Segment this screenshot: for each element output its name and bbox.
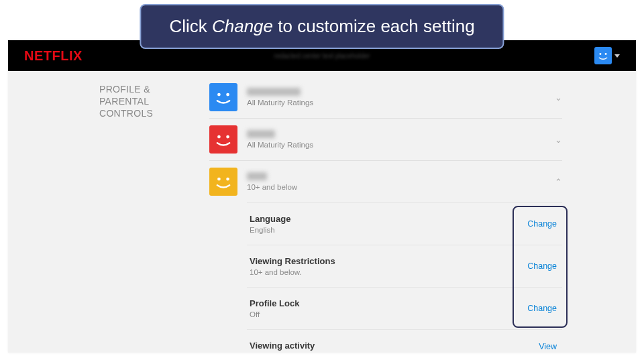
profile-avatar-icon bbox=[209, 83, 237, 111]
setting-value: Off bbox=[250, 310, 299, 318]
callout-prefix: Click bbox=[169, 16, 212, 36]
content-area: PROFILE & PARENTAL CONTROLS All Maturity… bbox=[8, 71, 636, 353]
section-heading: PROFILE & PARENTAL CONTROLS bbox=[99, 83, 199, 120]
callout-suffix: to customize each setting bbox=[273, 16, 475, 36]
setting-title: Viewing Restrictions bbox=[250, 256, 335, 266]
setting-title: Profile Lock bbox=[250, 298, 299, 308]
profile-row[interactable]: All Maturity Ratings ⌄ bbox=[209, 118, 562, 160]
app-window: NETFLIX redacted center text placeholder… bbox=[8, 40, 636, 353]
profile-avatar-icon bbox=[209, 168, 237, 196]
netflix-logo[interactable]: NETFLIX bbox=[24, 48, 83, 64]
svg-point-1 bbox=[605, 53, 607, 55]
setting-value: English bbox=[250, 226, 290, 234]
navbar-center-text-redacted: redacted center text placeholder bbox=[274, 52, 370, 60]
profile-subtitle: All Maturity Ratings bbox=[247, 99, 555, 107]
profile-info: 10+ and below bbox=[247, 172, 555, 191]
view-link[interactable]: View bbox=[539, 342, 557, 351]
profile-row-expanded[interactable]: 10+ and below ⌃ bbox=[209, 160, 562, 202]
profile-info: All Maturity Ratings bbox=[247, 130, 555, 149]
section-heading-column: PROFILE & PARENTAL CONTROLS bbox=[8, 83, 209, 353]
svg-point-6 bbox=[217, 178, 221, 181]
setting-value: 10+ and below. bbox=[250, 268, 335, 276]
svg-point-7 bbox=[226, 178, 229, 181]
change-link[interactable]: Change bbox=[527, 219, 557, 229]
profile-menu[interactable] bbox=[594, 47, 620, 64]
profile-name-redacted bbox=[247, 172, 267, 180]
callout-emphasis: Change bbox=[212, 16, 273, 36]
instruction-callout: Click Change to customize each setting bbox=[140, 4, 504, 49]
setting-title: Language bbox=[250, 214, 290, 224]
profile-avatar-icon bbox=[209, 125, 237, 154]
smiley-icon bbox=[594, 47, 612, 64]
chevron-down-icon: ⌄ bbox=[555, 135, 562, 145]
profile-row[interactable]: All Maturity Ratings ⌄ bbox=[209, 83, 562, 118]
change-link[interactable]: Change bbox=[527, 304, 557, 313]
svg-point-5 bbox=[226, 135, 229, 139]
caret-down-icon bbox=[614, 54, 620, 58]
setting-row-profile-lock: Profile Lock Off Change bbox=[247, 287, 562, 329]
change-link[interactable]: Change bbox=[527, 261, 557, 271]
svg-point-2 bbox=[217, 93, 221, 97]
profile-subtitle: All Maturity Ratings bbox=[247, 141, 555, 149]
setting-row-viewing-activity: Viewing activity View bbox=[247, 329, 562, 353]
profile-name-redacted bbox=[247, 88, 301, 96]
chevron-up-icon: ⌃ bbox=[555, 177, 562, 187]
smiley-icon bbox=[209, 83, 237, 111]
profile-subtitle: 10+ and below bbox=[247, 183, 555, 191]
svg-point-3 bbox=[226, 93, 229, 97]
setting-row-viewing-restrictions: Viewing Restrictions 10+ and below. Chan… bbox=[247, 245, 562, 287]
smiley-icon bbox=[209, 125, 237, 154]
profile-info: All Maturity Ratings bbox=[247, 88, 555, 107]
profile-name-redacted bbox=[247, 130, 275, 138]
setting-row-language: Language English Change bbox=[247, 202, 562, 245]
smiley-icon bbox=[209, 168, 237, 196]
chevron-down-icon: ⌄ bbox=[555, 93, 562, 103]
profiles-column: All Maturity Ratings ⌄ All Maturity Rati… bbox=[209, 83, 636, 353]
setting-title: Viewing activity bbox=[250, 341, 315, 351]
current-profile-avatar bbox=[594, 47, 612, 64]
profile-settings-list: Language English Change Viewing Restrict… bbox=[247, 202, 562, 353]
svg-point-4 bbox=[217, 135, 221, 139]
svg-point-0 bbox=[599, 53, 601, 55]
